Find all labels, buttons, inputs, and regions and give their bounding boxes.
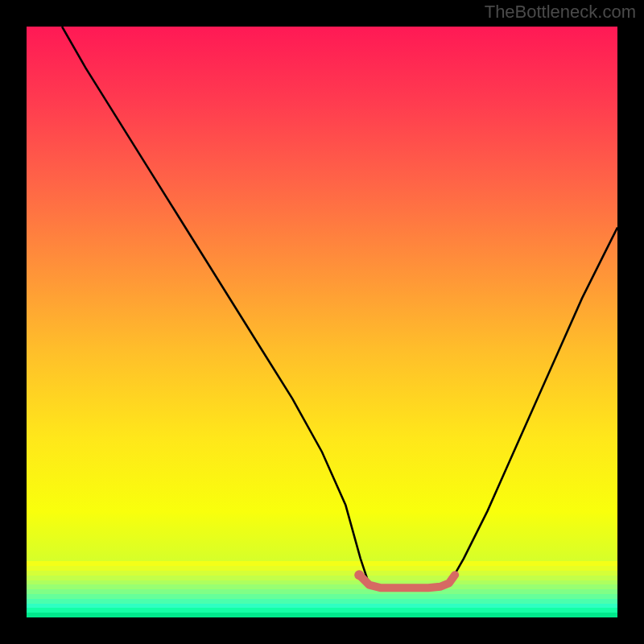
watermark-text: TheBottleneck.com (485, 2, 636, 23)
plot-area (27, 27, 617, 617)
chart-svg (27, 27, 617, 617)
highlight-segment (361, 575, 455, 588)
main-curve (62, 27, 617, 588)
highlight-start-dot (354, 570, 364, 580)
